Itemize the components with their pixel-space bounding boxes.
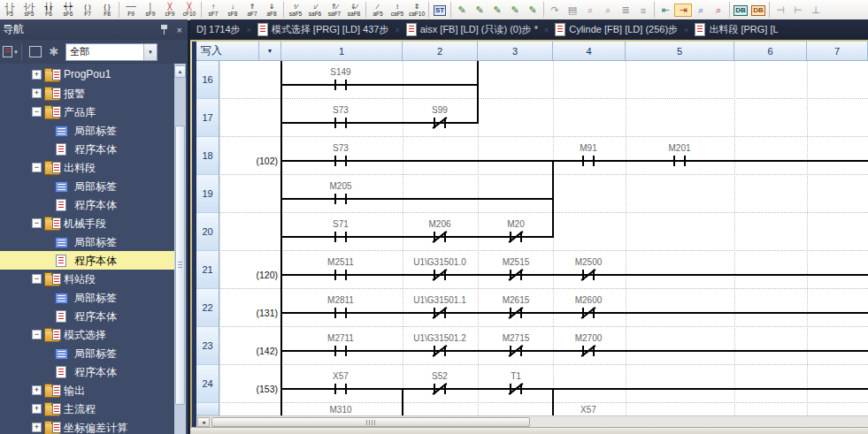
- toolbar-button-aF5[interactable]: ⁄aF5: [368, 0, 388, 19]
- row-number-16[interactable]: 16: [196, 61, 219, 99]
- tree-item[interactable]: +主流程: [0, 400, 174, 418]
- row-number-24[interactable]: 24: [196, 365, 219, 403]
- ladder-horizontal-scrollbar[interactable]: ◄: [196, 415, 868, 427]
- tree-item[interactable]: −产品库: [0, 103, 174, 121]
- ladder-scrollbar-thumb[interactable]: [211, 417, 530, 427]
- tree-item[interactable]: 局部标签: [0, 232, 174, 251]
- open-contact[interactable]: [673, 156, 675, 166]
- row-number-17[interactable]: 17: [196, 99, 219, 137]
- pin-icon[interactable]: [160, 25, 168, 34]
- tree-item[interactable]: +坐标偏差计算: [0, 418, 174, 434]
- open-contact[interactable]: [334, 232, 336, 242]
- collapse-all-button[interactable]: [27, 44, 43, 60]
- open-contact[interactable]: [334, 308, 336, 318]
- tree-item[interactable]: −料站段: [0, 270, 174, 288]
- ladder-editor[interactable]: 写入▼123456716S14917S73S9918(102)S73M91M20…: [196, 42, 868, 415]
- find-in-document-icon[interactable]: ⌕: [581, 4, 599, 16]
- tree-item-selected[interactable]: 程序本体: [0, 251, 174, 270]
- tab-4[interactable]: Cylinde [FB] [LD] (256)步: [549, 19, 684, 40]
- zoom-document-icon[interactable]: ⌕: [692, 4, 710, 16]
- open-contact[interactable]: [334, 346, 336, 356]
- open-contact[interactable]: [345, 118, 347, 128]
- open-contact[interactable]: [345, 232, 347, 242]
- tree-filter-dropdown[interactable]: 全部 ▼: [65, 43, 157, 61]
- tree-item[interactable]: 程序本体: [0, 307, 174, 325]
- collapse-minus-icon[interactable]: −: [32, 218, 42, 228]
- toolbar-button-F5[interactable]: ┤├F5: [0, 0, 19, 19]
- open-contact[interactable]: [345, 270, 347, 280]
- collapse-minus-icon[interactable]: −: [32, 107, 42, 117]
- toolbar-button-sF9[interactable]: │sF9: [141, 0, 160, 19]
- outline-collapse-icon[interactable]: ⇤: [657, 4, 674, 16]
- open-contact[interactable]: [345, 80, 347, 90]
- toolbar-button-aF8[interactable]: ⇓aF8: [262, 0, 281, 19]
- toolbar-button-sF6[interactable]: ┽┾sF6: [58, 0, 78, 19]
- row-number-18[interactable]: 18: [196, 137, 219, 175]
- row-number-19[interactable]: 19: [196, 175, 219, 213]
- toolbar-button-sF7[interactable]: ↑sF7: [204, 0, 223, 19]
- find-next-document-icon[interactable]: ⌕: [599, 4, 617, 16]
- toolbar-button-F6[interactable]: ┧┟F6: [39, 0, 58, 19]
- device-batch-monitor-icon[interactable]: DB: [732, 5, 749, 16]
- tree-item[interactable]: −模式选择: [0, 325, 174, 344]
- tree-item[interactable]: 局部标签: [0, 344, 174, 362]
- open-contact[interactable]: [684, 156, 686, 166]
- row-number-partial[interactable]: [196, 403, 219, 415]
- open-contact[interactable]: [593, 156, 595, 166]
- tree-scrollbar-thumb[interactable]: [175, 126, 185, 405]
- expand-plus-icon[interactable]: +: [32, 423, 42, 432]
- toolbar-button-sF5[interactable]: ┤⁄├sF5: [19, 0, 39, 19]
- row-number-21[interactable]: 21: [196, 251, 219, 289]
- add-line-icon[interactable]: ≣: [617, 4, 634, 16]
- scroll-up-arrow-icon[interactable]: ▲: [174, 65, 186, 78]
- edit-open-branch-icon[interactable]: ✎: [471, 4, 488, 16]
- tab-2[interactable]: 模式选择 [PRG] [LD] 437步: [251, 19, 396, 40]
- dock-bottom-icon[interactable]: ⊥: [807, 4, 825, 16]
- expand-plus-icon[interactable]: +: [32, 404, 42, 414]
- open-contact[interactable]: [345, 308, 347, 318]
- open-contact[interactable]: [345, 194, 347, 204]
- tab-1[interactable]: D] 1714步: [190, 19, 247, 40]
- st-editor-icon[interactable]: ST: [431, 5, 449, 16]
- chevron-down-icon[interactable]: ▼: [143, 44, 157, 60]
- toolbar-button-F8[interactable]: { }F8: [97, 0, 117, 19]
- row-number-23[interactable]: 23: [196, 327, 219, 365]
- dock-right-icon[interactable]: ⊢: [789, 4, 807, 16]
- expand-plus-icon[interactable]: +: [32, 385, 42, 395]
- row-number-20[interactable]: 20: [196, 213, 219, 251]
- tree-item[interactable]: 局部标签: [0, 288, 174, 307]
- toolbar-button-F7[interactable]: ( )F7: [78, 0, 97, 19]
- gear-icon[interactable]: ✱: [46, 44, 62, 60]
- edit-contact-icon[interactable]: ✎: [453, 4, 471, 16]
- open-contact[interactable]: [334, 384, 336, 394]
- remove-line-icon[interactable]: ≡: [634, 5, 652, 16]
- tree-item[interactable]: −出料段: [0, 158, 174, 177]
- edit-statement-icon[interactable]: ✎: [524, 4, 542, 16]
- toolbar-button-cF10[interactable]: ╳cF10: [180, 0, 199, 19]
- dock-left-icon[interactable]: ⊣: [772, 4, 789, 16]
- toolbar-button-cF9[interactable]: ╳cF9: [160, 0, 180, 19]
- open-contact[interactable]: [345, 346, 347, 356]
- copy-document-icon[interactable]: ▤: [564, 4, 581, 16]
- toolbar-button-saF5[interactable]: ↑⁄saF5: [286, 0, 305, 19]
- tree-item[interactable]: +报警: [0, 84, 174, 103]
- toolbar-button-sF8[interactable]: ↓sF8: [223, 0, 242, 19]
- toolbar-button-saF7[interactable]: ⇑⁄saF7: [325, 0, 344, 19]
- row-number-22[interactable]: 22: [196, 289, 219, 327]
- toolbar-button-saF6[interactable]: ↓⁄saF6: [305, 0, 325, 19]
- edit-coil-icon[interactable]: ✎: [488, 4, 506, 16]
- tree-item[interactable]: 程序本体: [0, 140, 174, 158]
- open-contact[interactable]: [345, 384, 347, 394]
- toolbar-button-caF10[interactable]: ⇕caF10: [407, 0, 426, 19]
- header-dropdown-button[interactable]: ▼: [259, 42, 281, 61]
- tree-item[interactable]: +输出: [0, 381, 174, 400]
- toolbar-button-caF5[interactable]: ↕caF5: [388, 0, 407, 19]
- toolbar-button-F9[interactable]: ──F9: [121, 0, 141, 19]
- device-batch-replace-icon[interactable]: DB: [749, 5, 767, 16]
- collapse-minus-icon[interactable]: −: [32, 163, 42, 172]
- open-contact[interactable]: [582, 156, 584, 166]
- edit-device-comment-icon[interactable]: ✎: [506, 4, 524, 16]
- collapse-minus-icon[interactable]: −: [32, 274, 42, 284]
- tree-item[interactable]: +ProgPou1: [0, 65, 174, 84]
- toolbar-button-aF7[interactable]: ⇑aF7: [242, 0, 262, 19]
